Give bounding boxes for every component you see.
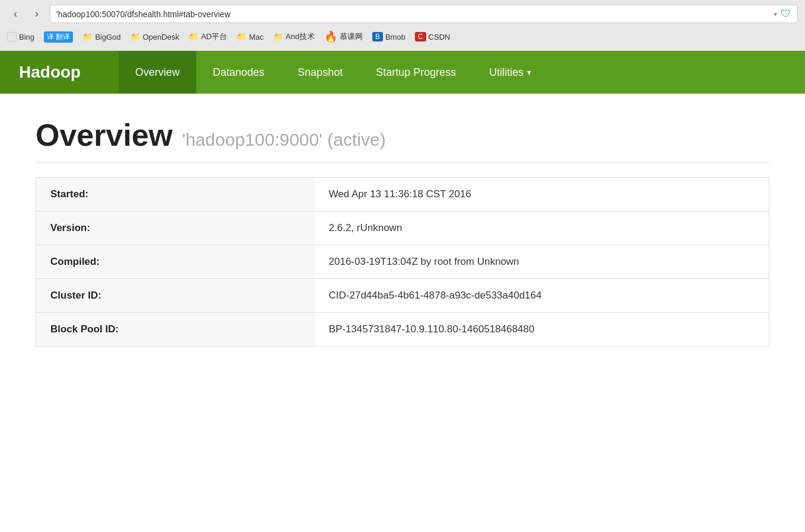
nav-item-snapshot-label: Snapshot: [298, 66, 343, 79]
bookmark-andtech-label: And技术: [286, 31, 315, 42]
back-button[interactable]: ‹: [7, 6, 24, 23]
bookmark-bing-label: Bing: [19, 33, 34, 41]
bookmark-opendesk-label: OpenDesk: [143, 33, 179, 41]
folder-icon: 📁: [130, 32, 140, 41]
bookmark-csdn-label: CSDN: [429, 33, 451, 41]
translate-icon: 译 翻译: [44, 31, 73, 43]
address-bar[interactable]: 'hadoop100:50070/dfshealth.html#tab-over…: [50, 5, 798, 23]
bookmarks-bar: Bing 译 翻译 📁 BigGod 📁 OpenDesk 📁 AD平台 📁 M…: [7, 28, 798, 46]
table-row-value: 2.6.2, rUnknown: [315, 211, 769, 245]
nav-items: Overview Datanodes Snapshot Startup Prog…: [119, 51, 548, 94]
folder-icon: 📁: [237, 32, 247, 41]
table-row-label: Started:: [36, 178, 315, 211]
bookmark-adplatform[interactable]: 📁 AD平台: [189, 31, 227, 42]
folder-icon: 📁: [273, 32, 283, 41]
bookmark-mukewang[interactable]: 🔥 慕课网: [324, 30, 363, 43]
page-title-section: Overview 'hadoop100:9000' (active): [36, 117, 769, 163]
bookmark-bing[interactable]: Bing: [7, 32, 34, 41]
bookmark-biggod[interactable]: 📁 BigGod: [82, 32, 120, 41]
nav-item-utilities-wrapper: Utilities ▾: [489, 66, 531, 79]
nav-item-overview[interactable]: Overview: [119, 51, 196, 94]
bookmark-mukewang-label: 慕课网: [340, 31, 363, 42]
table-row-label: Block Pool ID:: [36, 313, 315, 347]
nav-item-utilities-label: Utilities: [489, 66, 523, 79]
table-row-label: Cluster ID:: [36, 279, 315, 313]
bookmark-mac-label: Mac: [249, 33, 264, 41]
table-row-label: Compiled:: [36, 245, 315, 279]
chevron-down-icon: ▾: [527, 68, 531, 77]
nav-item-utilities[interactable]: Utilities ▾: [472, 51, 548, 94]
page-title-main: Overview: [36, 117, 172, 153]
hadoop-brand-text: Hadoop: [19, 63, 81, 82]
folder-icon: 📁: [189, 32, 199, 41]
bing-icon: [7, 32, 17, 41]
address-text: 'hadoop100:50070/dfshealth.html#tab-over…: [56, 9, 770, 19]
nav-item-datanodes-label: Datanodes: [213, 66, 264, 79]
hadoop-brand[interactable]: Hadoop: [0, 51, 119, 94]
shield-icon: 🛡: [781, 8, 791, 20]
nav-item-startup-progress-label: Startup Progress: [376, 66, 456, 79]
table-row: Compiled:2016-03-19T13:04Z by root from …: [36, 245, 769, 279]
table-row: Started:Wed Apr 13 11:36:18 CST 2016: [36, 178, 769, 211]
browser-chrome: ‹ › 'hadoop100:50070/dfshealth.html#tab-…: [0, 0, 805, 51]
bookmark-csdn[interactable]: C CSDN: [415, 32, 451, 41]
dropdown-icon: ▾: [774, 10, 777, 18]
bookmark-adplatform-label: AD平台: [201, 31, 227, 42]
nav-item-startup-progress[interactable]: Startup Progress: [359, 51, 472, 94]
page-title: Overview 'hadoop100:9000' (active): [36, 117, 769, 153]
forward-button[interactable]: ›: [28, 6, 45, 23]
bmob-icon: B: [372, 32, 383, 41]
bookmark-andtech[interactable]: 📁 And技术: [273, 31, 315, 42]
nav-item-overview-label: Overview: [135, 66, 180, 79]
main-content: Overview 'hadoop100:9000' (active) Start…: [0, 94, 805, 370]
bookmark-opendesk[interactable]: 📁 OpenDesk: [130, 32, 179, 41]
table-row-value: 2016-03-19T13:04Z by root from Unknown: [315, 245, 769, 279]
table-row-value: CID-27d44ba5-4b61-4878-a93c-de533a40d164: [315, 279, 769, 313]
browser-nav: ‹ › 'hadoop100:50070/dfshealth.html#tab-…: [7, 5, 798, 23]
table-row-label: Version:: [36, 211, 315, 245]
table-row-value: BP-1345731847-10.9.110.80-1460518468480: [315, 313, 769, 347]
folder-icon: 📁: [82, 32, 92, 41]
bookmark-mac[interactable]: 📁 Mac: [237, 32, 264, 41]
bookmark-bmob[interactable]: B Bmob: [372, 32, 405, 41]
table-row-value: Wed Apr 13 11:36:18 CST 2016: [315, 178, 769, 211]
flame-icon: 🔥: [324, 30, 337, 43]
hadoop-navbar: Hadoop Overview Datanodes Snapshot Start…: [0, 51, 805, 94]
info-table: Started:Wed Apr 13 11:36:18 CST 2016Vers…: [36, 177, 769, 347]
csdn-icon: C: [415, 32, 426, 41]
bookmark-biggod-label: BigGod: [95, 33, 120, 41]
table-row: Cluster ID:CID-27d44ba5-4b61-4878-a93c-d…: [36, 279, 769, 313]
table-row: Version:2.6.2, rUnknown: [36, 211, 769, 245]
table-row: Block Pool ID:BP-1345731847-10.9.110.80-…: [36, 313, 769, 347]
bookmark-translate[interactable]: 译 翻译: [44, 31, 73, 43]
nav-item-snapshot[interactable]: Snapshot: [281, 51, 359, 94]
nav-item-datanodes[interactable]: Datanodes: [196, 51, 281, 94]
bookmark-bmob-label: Bmob: [385, 33, 405, 41]
page-title-sub: 'hadoop100:9000' (active): [182, 130, 385, 150]
